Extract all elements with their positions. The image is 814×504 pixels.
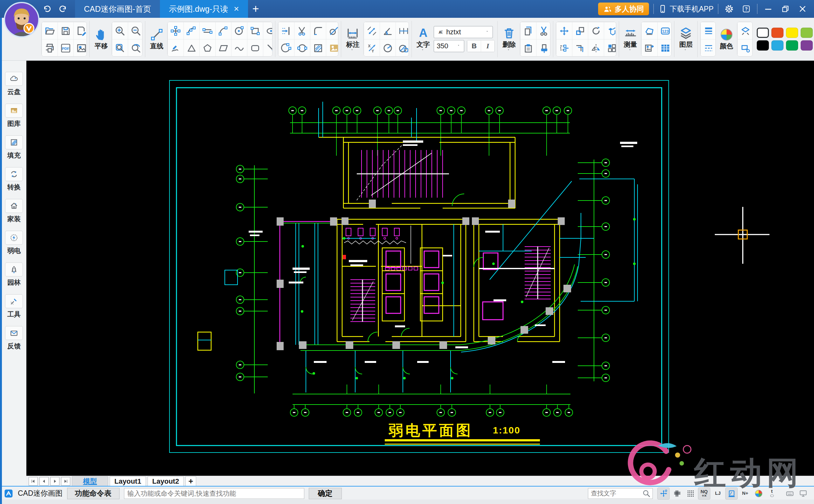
rotate-button[interactable]: [588, 22, 604, 39]
area-measure-button[interactable]: [641, 22, 657, 39]
count-button[interactable]: 123: [657, 22, 672, 39]
rounded-rectangle-button[interactable]: [247, 39, 263, 57]
help-icon[interactable]: ?: [740, 3, 753, 15]
arc-button[interactable]: [183, 22, 199, 39]
command-list-button[interactable]: 功能命令表: [67, 488, 120, 499]
tab-layout1[interactable]: Layout1: [110, 476, 146, 486]
collaboration-button[interactable]: 多人协同: [598, 3, 649, 15]
user-avatar[interactable]: [4, 2, 39, 37]
dot-grid-toggle[interactable]: [685, 488, 696, 499]
close-window-button[interactable]: [796, 3, 809, 15]
construction-line-button[interactable]: [199, 22, 215, 39]
cursor-style-toggle[interactable]: N+: [739, 488, 751, 499]
stretch-button[interactable]: [556, 39, 572, 57]
save-as-button[interactable]: [73, 22, 87, 39]
hatch-button[interactable]: [310, 39, 326, 57]
sidebar-item-gallery[interactable]: 图库: [5, 104, 23, 128]
linetype-button[interactable]: [701, 39, 716, 57]
circle-button[interactable]: [231, 22, 247, 39]
sidebar-item-convert[interactable]: 转换: [5, 167, 23, 192]
export-pdf-button[interactable]: PDF: [58, 39, 73, 57]
export-image-button[interactable]: [73, 39, 87, 57]
polar-tracking-toggle[interactable]: NQ +×: [698, 487, 710, 500]
grid-toggle[interactable]: [671, 488, 683, 499]
dimension-tool[interactable]: 标注: [344, 26, 361, 52]
parallelogram-button[interactable]: [215, 39, 231, 57]
text-style-toggle[interactable]: t: [766, 488, 778, 499]
color-swatch-yellowgreen[interactable]: [801, 28, 813, 38]
text-size-select[interactable]: 350: [434, 40, 464, 52]
aligned-dimension-button[interactable]: [364, 22, 379, 39]
table-button[interactable]: [657, 39, 672, 57]
layer-flatten-button[interactable]: [737, 22, 753, 39]
first-layout-button[interactable]: [29, 477, 38, 486]
tab-layout2[interactable]: Layout2: [147, 476, 184, 486]
cut-button[interactable]: [536, 22, 551, 39]
color-swatch-black[interactable]: [757, 40, 769, 51]
monitor-toggle[interactable]: [797, 488, 809, 499]
next-layout-button[interactable]: [50, 477, 59, 486]
diameter-dimension-button[interactable]: [395, 39, 409, 57]
zoom-out-button[interactable]: [128, 22, 142, 39]
pan-tool[interactable]: 平移: [92, 28, 110, 51]
restore-window-button[interactable]: [779, 3, 792, 15]
open-button[interactable]: [42, 22, 58, 39]
close-tab-icon[interactable]: ×: [234, 4, 239, 13]
offset-button[interactable]: [572, 39, 588, 57]
tangent-button[interactable]: [326, 22, 338, 39]
tab-home[interactable]: CAD迷你画图-首页: [75, 0, 160, 18]
sidebar-item-tools[interactable]: 工具: [5, 294, 23, 319]
sidebar-item-hatch[interactable]: 填充: [5, 135, 23, 160]
search-icon[interactable]: [642, 489, 651, 498]
insert-image-button[interactable]: [326, 39, 338, 57]
triangle-button[interactable]: [183, 39, 199, 57]
sidebar-item-garden[interactable]: 园林: [5, 262, 23, 287]
settings-gear-icon[interactable]: [723, 3, 735, 15]
radius-dimension-button[interactable]: [379, 39, 395, 57]
previous-layout-button[interactable]: [39, 477, 49, 486]
scale-button[interactable]: [572, 22, 588, 39]
download-app-button[interactable]: 下载手机APP: [658, 4, 714, 14]
lineweight-button[interactable]: [701, 22, 716, 39]
find-text-input[interactable]: [590, 489, 642, 497]
drawing-canvas[interactable]: 弱电平面图 1:100: [26, 60, 814, 476]
keyboard-toggle[interactable]: [784, 488, 796, 499]
object-snap-toggle[interactable]: [657, 487, 670, 500]
text-tool[interactable]: A 文字: [414, 26, 432, 52]
mirror-button[interactable]: [588, 39, 604, 57]
print-button[interactable]: [42, 39, 58, 57]
paste-button[interactable]: [520, 39, 536, 57]
ordinate-dimension-button[interactable]: XY: [364, 39, 379, 57]
zoom-extents-button[interactable]: [112, 39, 128, 57]
sidebar-item-home-decor[interactable]: 家装: [5, 199, 23, 223]
ok-button[interactable]: 确定: [309, 488, 342, 499]
ellipse-button[interactable]: [263, 22, 272, 39]
delete-tool[interactable]: 删除: [500, 26, 518, 52]
italic-button[interactable]: I: [481, 40, 495, 52]
measure-tool[interactable]: 测量: [622, 26, 640, 52]
array-button[interactable]: [604, 39, 616, 57]
layer-tool[interactable]: 图层: [677, 26, 695, 52]
color-swatch-red[interactable]: [771, 28, 783, 38]
color-swatch-yellow[interactable]: [786, 28, 798, 38]
format-painter-button[interactable]: [536, 39, 551, 57]
save-button[interactable]: [58, 22, 73, 39]
tab-model[interactable]: 模型: [72, 476, 108, 486]
undo-icon[interactable]: [41, 3, 53, 15]
3d-view-button[interactable]: [604, 22, 616, 39]
add-layout-button[interactable]: +: [185, 476, 196, 486]
leader-arrow-button[interactable]: [263, 39, 272, 57]
color-swatch-green[interactable]: [786, 40, 798, 51]
annotation-board-toggle[interactable]: [725, 487, 738, 500]
ortho-toggle[interactable]: LJ: [712, 488, 724, 499]
extend-button[interactable]: [278, 22, 294, 39]
polygon-button[interactable]: [199, 39, 215, 57]
revision-cloud-button[interactable]: [168, 39, 183, 57]
command-search-input[interactable]: [124, 488, 304, 499]
bold-button[interactable]: B: [467, 40, 481, 52]
last-layout-button[interactable]: [61, 477, 70, 486]
trim-button[interactable]: [294, 22, 310, 39]
sidebar-item-feedback[interactable]: 反馈: [5, 326, 23, 351]
color-tool[interactable]: 颜色: [717, 28, 735, 51]
new-tab-button[interactable]: +: [252, 3, 259, 15]
